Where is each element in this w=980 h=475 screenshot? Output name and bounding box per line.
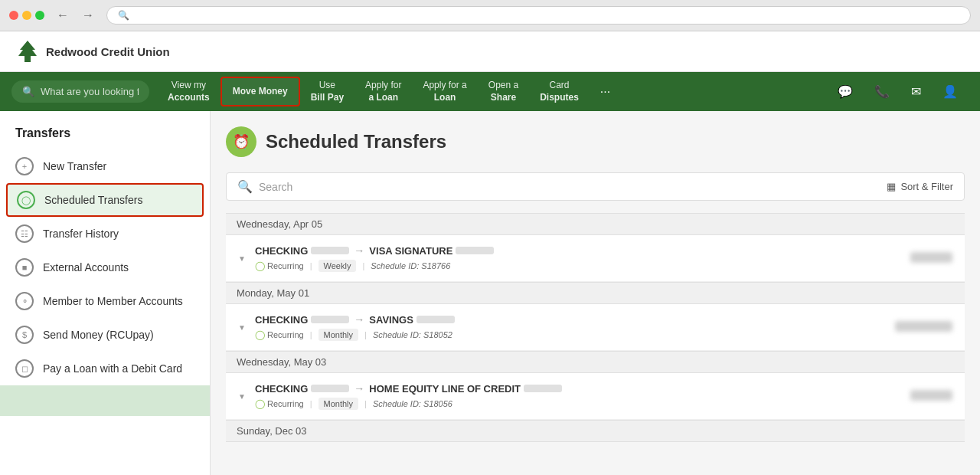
chat-icon-button[interactable]: 💬 <box>827 77 864 106</box>
page-header: ⏰ Scheduled Transfers <box>226 126 965 157</box>
pay-loan-icon: ◻ <box>15 359 34 378</box>
transfer-group: Wednesday, Apr 05▼CHECKING→VISA SIGNATUR… <box>226 213 965 282</box>
transfer-to: VISA SIGNATURE <box>369 245 452 257</box>
close-button[interactable] <box>9 11 18 20</box>
sort-filter-label: Sort & Filter <box>900 181 953 192</box>
transfer-details: CHECKING→HOME EQUITY LINE OF CREDIT◯ Rec… <box>255 382 903 410</box>
nav-search-input[interactable] <box>41 86 139 97</box>
logo-area: Redwood Credit Union <box>15 39 170 64</box>
transfer-expand-icon[interactable]: ▼ <box>238 254 247 263</box>
transfer-amount-value <box>910 390 952 401</box>
search-bar: 🔍 ▦ Sort & Filter <box>226 172 965 201</box>
sort-filter-button[interactable]: ▦ Sort & Filter <box>887 181 953 192</box>
sidebar-item-new-transfer[interactable]: + New Transfer <box>0 149 210 183</box>
address-search-icon: 🔍 <box>118 10 129 21</box>
app-header: Redwood Credit Union <box>0 31 980 72</box>
transfer-from: CHECKING <box>255 245 308 257</box>
traffic-lights <box>9 11 44 20</box>
member-to-member-icon: ⚬ <box>15 292 34 310</box>
sidebar-title: Transfers <box>0 126 210 149</box>
transfer-amount-value <box>895 321 952 332</box>
sidebar-item-transfer-history[interactable]: ☷ Transfer History <box>0 217 210 251</box>
scheduled-transfers-search[interactable] <box>259 181 887 193</box>
transfer-group: Monday, May 01▼CHECKING→SAVINGS◯ Recurri… <box>226 282 965 351</box>
filter-icon: ▦ <box>887 181 896 192</box>
sidebar-item-scheduled-transfers[interactable]: ◯ Scheduled Transfers <box>6 183 204 217</box>
frequency-tag: Monthly <box>318 329 359 341</box>
meta-separator: | <box>362 261 364 270</box>
phone-icon-button[interactable]: 📞 <box>864 77 900 106</box>
sidebar-item-pay-loan-debit[interactable]: ◻ Pay a Loan with a Debit Card <box>0 352 210 385</box>
logo-text: Redwood Credit Union <box>46 45 170 58</box>
maximize-button[interactable] <box>35 11 44 20</box>
nav-item-apply-loan2[interactable]: Apply for a Loan <box>412 72 477 111</box>
email-icon-button[interactable]: ✉ <box>900 77 932 106</box>
page-title: Scheduled Transfers <box>266 131 446 152</box>
transfer-row: ▼CHECKING→VISA SIGNATURE◯ Recurring|Week… <box>226 235 965 282</box>
sidebar-item-scheduled-label: Scheduled Transfers <box>44 194 142 206</box>
transfer-to: SAVINGS <box>369 314 413 326</box>
transfer-history-icon: ☷ <box>15 224 34 243</box>
nav-item-open-share-bottom: Share <box>488 92 518 104</box>
transfer-direction-arrow: → <box>354 382 364 395</box>
recurring-tag: ◯ Recurring <box>255 398 304 409</box>
transfer-to-account-num <box>524 385 562 392</box>
external-accounts-icon: ■ <box>15 258 34 277</box>
transfer-to: HOME EQUITY LINE OF CREDIT <box>369 383 521 395</box>
nav-item-bill-pay-top: Use <box>311 80 344 92</box>
nav-item-apply-loan[interactable]: Apply for a Loan <box>354 72 412 111</box>
back-button[interactable]: ← <box>52 7 74 24</box>
tag-separator: | <box>310 261 312 270</box>
nav-item-move-money[interactable]: Move Money <box>220 77 300 107</box>
sidebar: Transfers + New Transfer ◯ Scheduled Tra… <box>0 111 211 475</box>
transfer-expand-icon[interactable]: ▼ <box>238 392 247 401</box>
browser-chrome: ← → 🔍 <box>0 0 980 31</box>
profile-icon-button[interactable]: 👤 <box>932 77 969 106</box>
tag-separator: | <box>310 330 312 339</box>
sidebar-item-history-label: Transfer History <box>43 228 119 240</box>
nav-item-card-disputes-top: Card <box>540 80 579 92</box>
schedule-id: Schedule ID: S18052 <box>373 330 452 339</box>
nav-item-apply-loan-top: Apply for <box>365 80 401 92</box>
nav-more-button[interactable]: ··· <box>590 77 621 106</box>
svg-marker-0 <box>18 41 37 62</box>
transfer-to-account-num <box>456 247 494 254</box>
nav-search[interactable]: 🔍 <box>11 80 149 103</box>
sidebar-bg <box>0 385 210 416</box>
date-header: Wednesday, Apr 05 <box>226 213 965 235</box>
meta-separator: | <box>364 399 367 408</box>
nav-item-view-accounts-top: View my <box>168 80 210 92</box>
nav-item-card-disputes[interactable]: Card Disputes <box>529 72 590 111</box>
recurring-tag: ◯ Recurring <box>255 260 304 271</box>
sidebar-item-send-money-label: Send Money (RCUpay) <box>43 329 154 341</box>
schedule-id: Schedule ID: S18766 <box>371 261 450 270</box>
nav-item-apply-loan-bottom: a Loan <box>365 92 401 104</box>
meta-separator: | <box>364 330 367 339</box>
nav-item-view-accounts[interactable]: View my Accounts <box>157 72 220 111</box>
nav-right-icons: 💬 📞 ✉ 👤 <box>827 77 969 106</box>
send-money-icon: $ <box>15 326 34 344</box>
forward-button[interactable]: → <box>77 7 99 24</box>
transfer-direction-arrow: → <box>354 313 364 326</box>
address-bar[interactable]: 🔍 <box>106 6 971 25</box>
nav-item-view-accounts-bottom: Accounts <box>168 92 210 104</box>
nav-item-apply-loan2-top: Apply for a <box>423 80 466 92</box>
sidebar-item-new-transfer-label: New Transfer <box>43 160 106 172</box>
transfer-details: CHECKING→VISA SIGNATURE◯ Recurring|Weekl… <box>255 244 903 272</box>
transfer-expand-icon[interactable]: ▼ <box>238 323 247 332</box>
sidebar-item-external-accounts[interactable]: ■ External Accounts <box>0 251 210 284</box>
transfer-amount <box>895 321 952 334</box>
nav-item-open-share[interactable]: Open a Share <box>478 72 529 111</box>
transfer-from-account-num <box>311 247 349 254</box>
nav-bar: 🔍 View my Accounts Move Money Use Bill P… <box>0 72 980 111</box>
sidebar-item-send-money[interactable]: $ Send Money (RCUpay) <box>0 318 210 352</box>
nav-search-icon: 🔍 <box>22 86 34 97</box>
nav-item-open-share-top: Open a <box>488 80 518 92</box>
nav-items: View my Accounts Move Money Use Bill Pay… <box>157 72 827 111</box>
transfer-from-account-num <box>311 316 349 323</box>
nav-item-bill-pay[interactable]: Use Bill Pay <box>300 72 354 111</box>
sidebar-item-member-to-member[interactable]: ⚬ Member to Member Accounts <box>0 284 210 318</box>
transfer-amount <box>910 252 952 265</box>
minimize-button[interactable] <box>22 11 31 20</box>
frequency-tag: Weekly <box>318 260 357 272</box>
